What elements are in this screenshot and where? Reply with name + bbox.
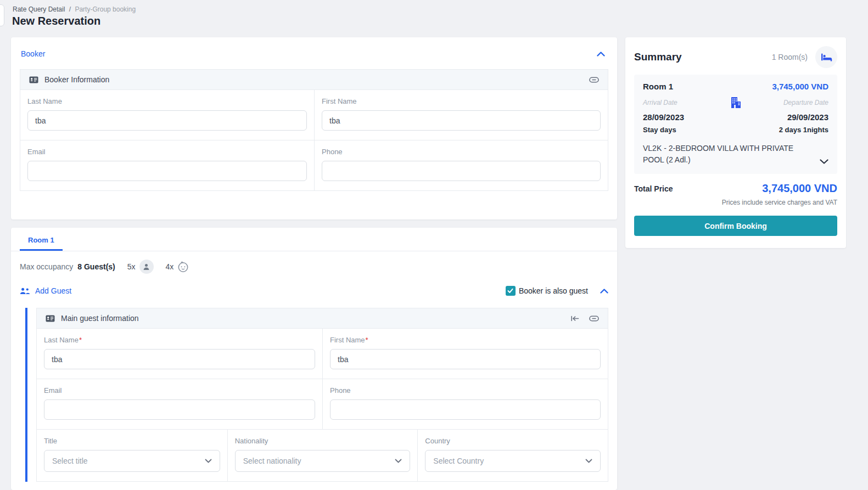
child-count: 4x [166, 262, 174, 271]
departure-date-label: Departure Date [743, 99, 828, 106]
summary-card: Summary 1 Room(s) Room 1 3,745,000 VND A… [625, 37, 846, 248]
title-select[interactable]: Select title [44, 450, 220, 472]
booker-email-input[interactable] [27, 161, 307, 181]
breadcrumb-separator: / [69, 5, 71, 13]
booker-collapse-chevron-up-icon[interactable] [597, 52, 605, 57]
tab-room-1[interactable]: Room 1 [20, 235, 63, 251]
guest-accent-bar [25, 308, 27, 482]
guest-title-cell: Title Select title [37, 429, 227, 481]
guest-email-label: Email [44, 386, 315, 395]
booker-first-name-label: First Name [322, 97, 601, 105]
stay-days-value: 2 days 1nights [779, 126, 828, 134]
guest-phone-label: Phone [330, 386, 601, 395]
stay-days-label: Stay days [643, 126, 676, 134]
departure-date-value: 29/09/2023 [787, 112, 828, 122]
guest-nationality-label: Nationality [235, 437, 411, 445]
country-select[interactable]: Select Country [425, 450, 601, 472]
guest-phone-input[interactable] [330, 399, 601, 420]
rooms-card: Room 1 Max occupancy 8 Guest(s) 5x 4x Ad… [11, 228, 617, 490]
guest-country-cell: Country Select Country [417, 429, 608, 481]
required-asterisk: * [366, 336, 368, 344]
required-asterisk: * [79, 336, 82, 344]
guest-last-name-cell: Last Name* [37, 329, 322, 379]
child-icon [177, 261, 189, 273]
booker-first-name-input[interactable] [322, 110, 601, 131]
chevron-down-icon [585, 459, 592, 463]
booker-email-cell: Email [20, 140, 314, 190]
check-icon [507, 288, 513, 294]
summary-room-price: 3,745,000 VND [772, 82, 828, 91]
link-icon[interactable] [589, 77, 599, 83]
room-tabs: Room 1 [11, 228, 617, 251]
booker-email-label: Email [27, 148, 307, 156]
main-guest-section: Main guest information Last Name* [25, 308, 608, 482]
arrival-date-value: 28/09/2023 [643, 112, 684, 122]
summary-title: Summary [634, 51, 682, 63]
guest-first-name-label: First Name* [330, 336, 601, 344]
total-price-value: 3,745,000 VND [762, 182, 837, 195]
booker-panel-title: Booker Information [44, 75, 109, 84]
total-price-label: Total Price [634, 184, 673, 193]
max-occupancy-label: Max occupancy [20, 262, 73, 271]
booker-is-also-guest-label: Booker is also guest [519, 286, 588, 295]
adult-count: 5x [127, 262, 136, 271]
summary-room-card: Room 1 3,745,000 VND Arrival Date Depart… [634, 75, 837, 174]
guest-email-input[interactable] [44, 399, 315, 420]
guest-first-name-cell: First Name* [322, 329, 608, 379]
adult-icon [139, 260, 154, 274]
booker-last-name-label: Last Name [27, 97, 307, 105]
merge-arrows-icon[interactable] [570, 315, 579, 322]
guest-collapse-chevron-up-icon[interactable] [600, 289, 608, 294]
add-guest-label: Add Guest [35, 286, 71, 295]
page-title: New Reservation [12, 15, 100, 27]
max-occupancy-value: 8 Guest(s) [77, 262, 115, 271]
room-detail-chevron-down-icon[interactable] [820, 159, 828, 166]
booker-section-link[interactable]: Booker [21, 49, 45, 58]
booker-first-name-cell: First Name [314, 90, 608, 140]
booker-card: Booker Booker Information Last Name [11, 37, 617, 219]
link-icon[interactable] [589, 316, 599, 322]
building-icon [729, 95, 743, 110]
guest-last-name-input[interactable] [44, 349, 315, 369]
guest-first-name-input[interactable] [330, 349, 601, 369]
bed-icon [815, 46, 837, 68]
add-guest-row: Add Guest Booker is also guest [11, 280, 617, 302]
booker-information-panel: Booker Information Last Name First Name [20, 69, 608, 191]
breadcrumb-party-group-booking: Party-Group booking [75, 5, 136, 13]
page: Rate Query Detail / Party-Group booking … [0, 0, 868, 490]
people-icon [20, 288, 30, 295]
summary-room-name: Room 1 [643, 82, 673, 91]
id-card-icon [29, 76, 38, 83]
booker-last-name-cell: Last Name [20, 90, 314, 140]
booker-phone-cell: Phone [314, 140, 608, 190]
id-card-icon [46, 315, 55, 322]
booker-phone-input[interactable] [322, 161, 601, 181]
sidebar-toggle[interactable] [0, 4, 4, 26]
chevron-down-icon [205, 459, 212, 463]
main-guest-panel: Main guest information Last Name* [36, 308, 608, 482]
chevron-down-icon [395, 459, 402, 463]
main-guest-panel-title: Main guest information [61, 314, 139, 323]
booker-is-also-guest-checkbox[interactable] [506, 286, 516, 296]
guest-country-label: Country [425, 437, 601, 445]
room-count: 1 Room(s) [772, 53, 808, 61]
booker-phone-label: Phone [322, 148, 601, 156]
guest-title-label: Title [44, 437, 220, 445]
nationality-select[interactable]: Select nationality [235, 450, 411, 472]
confirm-booking-button[interactable]: Confirm Booking [634, 216, 837, 236]
guest-nationality-cell: Nationality Select nationality [227, 429, 418, 481]
booker-last-name-input[interactable] [27, 110, 307, 131]
max-occupancy-row: Max occupancy 8 Guest(s) 5x 4x [11, 251, 617, 280]
breadcrumb: Rate Query Detail / Party-Group booking [13, 5, 136, 13]
arrival-date-label: Arrival Date [643, 99, 729, 106]
guest-last-name-label: Last Name* [44, 336, 315, 344]
room-type-name: VL2K - 2-BEDROOM VILLA WITH PRIVATE POOL… [643, 143, 814, 166]
add-guest-button[interactable]: Add Guest [20, 286, 71, 295]
breadcrumb-rate-query-detail[interactable]: Rate Query Detail [13, 5, 65, 13]
guest-email-cell: Email [37, 379, 322, 429]
guest-phone-cell: Phone [322, 379, 608, 429]
price-note: Prices include service charges and VAT [634, 199, 837, 206]
